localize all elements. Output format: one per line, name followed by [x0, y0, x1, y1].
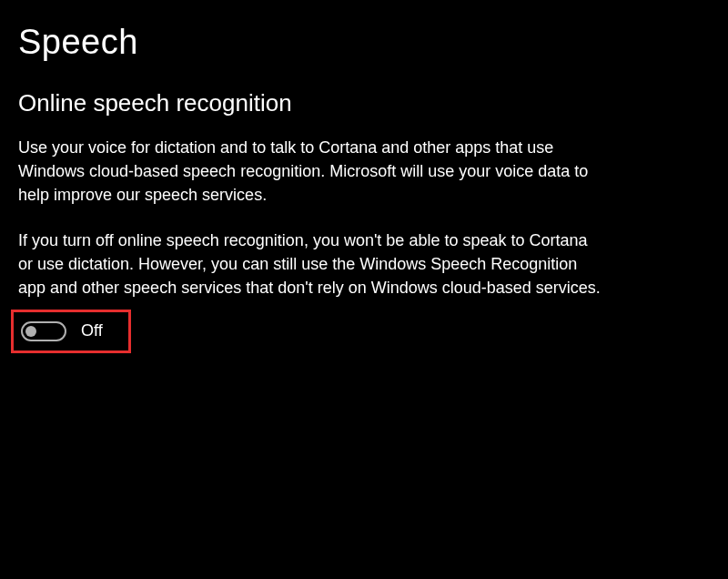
online-speech-toggle-group: Off [21, 321, 103, 341]
description-paragraph-2: If you turn off online speech recognitio… [18, 229, 601, 300]
description-paragraph-1: Use your voice for dictation and to talk… [18, 136, 601, 207]
online-speech-toggle[interactable] [21, 321, 66, 341]
section-heading-online-speech: Online speech recognition [18, 89, 710, 117]
page-title: Speech [18, 23, 710, 62]
toggle-state-label: Off [81, 321, 103, 340]
highlight-annotation: Off [11, 310, 131, 353]
toggle-knob-icon [25, 326, 36, 337]
